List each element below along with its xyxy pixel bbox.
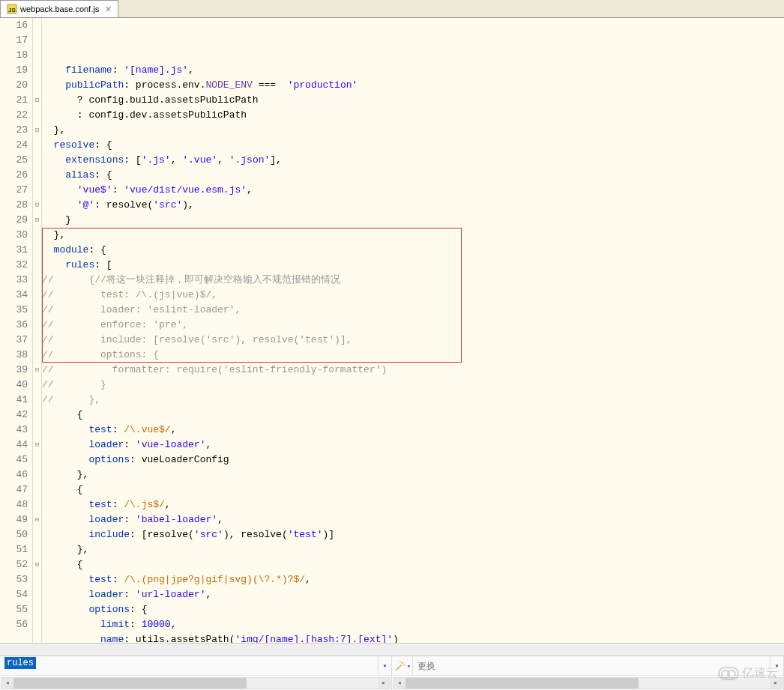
code-line[interactable]: // }, bbox=[42, 393, 784, 408]
code-line[interactable]: // test: /\.(js|vue)$/, bbox=[42, 288, 784, 303]
code-line[interactable]: filename: '[name].js', bbox=[42, 63, 784, 78]
chevron-down-icon: ▾ bbox=[407, 662, 411, 671]
code-line[interactable]: // options: { bbox=[42, 348, 784, 363]
code-line[interactable]: }, bbox=[42, 542, 784, 557]
svg-point-4 bbox=[403, 665, 405, 666]
code-line[interactable]: limit: 10000, bbox=[42, 617, 784, 632]
code-line[interactable]: rules: [ bbox=[42, 258, 784, 273]
code-line[interactable]: test: /\.(png|jpe?g|gif|svg)(\?.*)?$/, bbox=[42, 572, 784, 587]
code-line[interactable]: resolve: { bbox=[42, 138, 784, 153]
code-line[interactable]: }, bbox=[42, 123, 784, 138]
code-line[interactable]: 'vue$': 'vue/dist/vue.esm.js', bbox=[42, 183, 784, 198]
tab-close-icon[interactable]: ✕ bbox=[105, 4, 112, 14]
code-line[interactable]: // {//将这一块注释掉，即可解决空格输入不规范报错的情况 bbox=[42, 273, 784, 288]
code-line[interactable]: alias: { bbox=[42, 168, 784, 183]
code-line[interactable]: : config.dev.assetsPublicPath bbox=[42, 108, 784, 123]
search-dropdown[interactable]: ▾ bbox=[378, 656, 391, 675]
tab-filename: webpack.base.conf.js bbox=[20, 4, 99, 13]
code-line[interactable]: // loader: 'eslint-loader', bbox=[42, 303, 784, 318]
svg-point-2 bbox=[401, 662, 403, 665]
code-line[interactable]: extensions: ['.js', '.vue', '.json'], bbox=[42, 153, 784, 168]
editor-tabs: JS webpack.base.conf.js ✕ bbox=[0, 0, 784, 18]
code-line[interactable]: publicPath: process.env.NODE_ENV === 'pr… bbox=[42, 78, 784, 93]
line-number-gutter: 1617181920212223242526272829303132333435… bbox=[0, 18, 33, 643]
code-line[interactable]: }, bbox=[42, 228, 784, 243]
code-line[interactable]: } bbox=[42, 213, 784, 228]
code-line[interactable]: '@': resolve('src'), bbox=[42, 198, 784, 213]
code-line[interactable]: { bbox=[42, 482, 784, 497]
replace-input[interactable] bbox=[413, 656, 770, 675]
code-line[interactable]: options: vueLoaderConfig bbox=[42, 453, 784, 467]
replace-dropdown[interactable]: ▾ bbox=[770, 656, 783, 675]
find-hscroll-right[interactable]: ◂ ▸ bbox=[393, 677, 783, 689]
code-line[interactable]: // include: [resolve('src'), resolve('te… bbox=[42, 333, 784, 348]
wand-icon bbox=[393, 660, 405, 672]
editor-hscroll[interactable] bbox=[0, 643, 784, 656]
code-line[interactable]: loader: 'url-loader', bbox=[42, 587, 784, 602]
fold-column[interactable]: ⊟⊟⊟⊟⊟⊟⊟⊟ bbox=[33, 18, 42, 643]
scroll-right-icon[interactable]: ▸ bbox=[770, 678, 782, 689]
scroll-left-icon[interactable]: ◂ bbox=[1, 678, 13, 689]
scroll-left-icon[interactable]: ◂ bbox=[393, 678, 405, 689]
find-replace-bar: rules ▾ ◂ ▸ ▾ ▾ ◂ ▸ bbox=[0, 656, 784, 690]
code-line[interactable]: // } bbox=[42, 378, 784, 393]
find-options-button[interactable]: ▾ bbox=[392, 656, 413, 676]
code-editor[interactable]: 1617181920212223242526272829303132333435… bbox=[0, 18, 784, 643]
code-line[interactable]: test: /\.vue$/, bbox=[42, 423, 784, 438]
scroll-right-icon[interactable]: ▸ bbox=[378, 678, 390, 689]
code-line[interactable]: module: { bbox=[42, 243, 784, 258]
code-area[interactable]: filename: '[name].js', publicPath: proce… bbox=[42, 18, 784, 643]
search-input[interactable]: rules bbox=[0, 656, 378, 675]
js-file-icon: JS bbox=[7, 4, 17, 14]
code-line[interactable]: ? config.build.assetsPublicPath bbox=[42, 93, 784, 108]
code-line[interactable]: { bbox=[42, 557, 784, 572]
svg-point-3 bbox=[399, 661, 401, 662]
code-line[interactable]: test: /\.js$/, bbox=[42, 497, 784, 512]
file-tab[interactable]: JS webpack.base.conf.js ✕ bbox=[0, 0, 118, 17]
find-hscroll-left[interactable]: ◂ ▸ bbox=[1, 677, 391, 689]
code-line[interactable]: options: { bbox=[42, 602, 784, 617]
code-line[interactable]: name: utils.assetsPath('img/[name].[hash… bbox=[42, 632, 784, 643]
code-line[interactable]: // enforce: 'pre', bbox=[42, 318, 784, 333]
svg-text:JS: JS bbox=[8, 7, 16, 13]
code-line[interactable]: loader: 'vue-loader', bbox=[42, 438, 784, 453]
code-line[interactable]: }, bbox=[42, 467, 784, 482]
code-line[interactable]: // formatter: require('eslint-friendly-f… bbox=[42, 363, 784, 378]
code-line[interactable]: include: [resolve('src'), resolve('test'… bbox=[42, 527, 784, 542]
code-line[interactable]: loader: 'babel-loader', bbox=[42, 512, 784, 527]
code-line[interactable]: { bbox=[42, 408, 784, 423]
